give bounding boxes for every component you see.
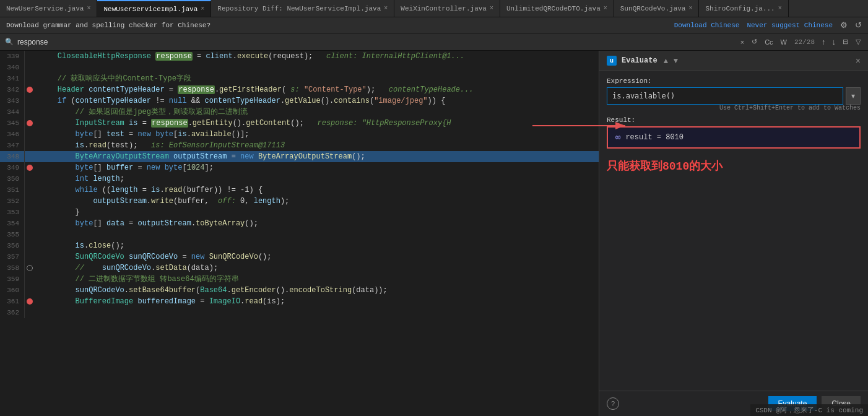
search-close-btn[interactable]: × xyxy=(738,37,747,47)
tab-repositorydiff[interactable]: Repository Diff: NewUserServiceImpl.java… xyxy=(211,0,394,17)
line-number: 351 xyxy=(0,184,25,196)
breakpoint-indicator xyxy=(27,298,33,305)
result-label: Result: xyxy=(607,116,861,124)
close-icon[interactable]: × xyxy=(201,6,204,12)
line-gutter xyxy=(25,162,35,173)
line-content xyxy=(35,62,599,73)
line-gutter xyxy=(25,296,35,307)
eval-help-btn[interactable]: ? xyxy=(607,397,619,410)
watermark: CSDN @阿，忽来了-C is coming xyxy=(750,404,868,416)
table-row: 342 Header contentTypeHeader = response.… xyxy=(0,84,599,95)
line-content: int length; xyxy=(35,173,599,184)
table-row: 354 byte[] data = outputStream.toByteArr… xyxy=(0,218,599,229)
close-icon[interactable]: × xyxy=(604,5,607,12)
table-row: 356 is.close(); xyxy=(0,240,599,251)
line-gutter xyxy=(25,118,35,129)
evaluate-title: Evaluate xyxy=(622,56,658,65)
expression-dropdown-btn[interactable]: ▾ xyxy=(846,87,861,105)
line-content: } xyxy=(35,207,599,218)
download-chinese-link[interactable]: Download Chinese xyxy=(674,22,740,29)
tab-weixincontroller[interactable]: WeiXinController.java × xyxy=(394,0,500,17)
line-gutter xyxy=(25,95,35,106)
table-row: 344 // 如果返回值是jpeg类型，则读取返回的二进制流 xyxy=(0,106,599,118)
line-number: 344 xyxy=(0,106,25,118)
line-number: 355 xyxy=(0,229,25,240)
line-number: 346 xyxy=(0,129,25,140)
tab-unlimitedqrcode[interactable]: UnlimitedQRCodeDTO.java × xyxy=(500,0,614,17)
search-bar: 🔍 × ↺ Cc W 22/28 ↑ ↓ ⊟ ▽ xyxy=(0,33,868,51)
line-content xyxy=(35,229,599,240)
line-number: 359 xyxy=(0,274,25,285)
line-content: byte[] test = new byte[is.available()]; xyxy=(35,129,599,140)
table-row: 358 // sunQRCodeVo.setData(data); xyxy=(0,262,599,274)
close-icon[interactable]: × xyxy=(490,5,493,12)
tab-newuserserviceimpl[interactable]: NewUserServiceImpl.java × xyxy=(97,0,211,17)
line-number: 360 xyxy=(0,285,25,296)
eval-header: u Evaluate ▲ ▼ × xyxy=(599,51,868,71)
search-settings-btn[interactable]: ▽ xyxy=(853,37,863,47)
search-next-btn[interactable]: ↓ xyxy=(830,37,838,47)
close-icon[interactable]: × xyxy=(688,5,692,12)
search-prev-btn[interactable]: ↑ xyxy=(820,37,828,47)
line-content: // sunQRCodeVo.setData(data); xyxy=(35,262,599,274)
line-number: 356 xyxy=(0,240,25,251)
tab-bar: NewUserService.java × NewUserServiceImpl… xyxy=(0,0,868,17)
line-content: // 如果返回值是jpeg类型，则读取返回的二进制流 xyxy=(35,106,599,118)
line-number: 362 xyxy=(0,307,25,318)
line-content xyxy=(35,307,599,318)
reload-icon-button[interactable]: ↺ xyxy=(855,20,862,30)
line-gutter xyxy=(25,251,35,262)
notification-bar: Download grammar and spelling checker fo… xyxy=(0,17,868,33)
tab-shiroconfig[interactable]: ShiroConfig.ja... × xyxy=(699,0,788,17)
eval-scroll-up-btn[interactable]: ▲ xyxy=(662,56,670,65)
line-content: BufferedImage bufferedImage = ImageIO.re… xyxy=(35,296,599,307)
line-gutter xyxy=(25,274,35,285)
line-content: // 获取响应头中的Content-Type字段 xyxy=(35,73,599,84)
eval-hint-text: Use Ctrl+Shift+Enter to add to Watches xyxy=(607,105,861,111)
eval-panel-close-btn[interactable]: × xyxy=(856,56,861,66)
expression-section: Expression: ▾ Use Ctrl+Shift+Enter to ad… xyxy=(607,77,861,111)
line-content: byte[] buffer = new byte[1024]; xyxy=(35,162,599,173)
close-icon[interactable]: × xyxy=(87,5,90,12)
line-number: 350 xyxy=(0,173,25,184)
line-gutter xyxy=(25,196,35,207)
line-gutter xyxy=(25,262,35,274)
line-gutter xyxy=(25,173,35,184)
gear-icon-button[interactable]: ⚙ xyxy=(840,20,848,30)
result-section: Result: ∞ result = 8010 xyxy=(607,116,861,149)
table-row: 339 CloseableHttpResponse response = cli… xyxy=(0,51,599,62)
table-row: 352 outputStream.write(buffer, off: 0, l… xyxy=(0,196,599,207)
table-row: 351 while ((length = is.read(buffer)) !=… xyxy=(0,184,599,196)
tab-label: Repository Diff: NewUserServiceImpl.java xyxy=(217,5,381,12)
search-case-btn[interactable]: Cc xyxy=(762,37,775,47)
tab-label: NewUserServiceImpl.java xyxy=(103,6,197,13)
tab-label: NewUserService.java xyxy=(6,5,84,12)
search-input[interactable] xyxy=(17,38,104,46)
close-icon[interactable]: × xyxy=(778,5,782,12)
eval-scroll-buttons: ▲ ▼ xyxy=(662,56,680,65)
breakpoint-indicator xyxy=(27,165,33,171)
never-suggest-link[interactable]: Never suggest Chinese xyxy=(747,22,833,29)
search-refresh-btn[interactable]: ↺ xyxy=(749,37,760,47)
tab-label: SunQRCodeVo.java xyxy=(620,5,686,12)
line-content: if (contentTypeHeader != null && content… xyxy=(35,95,599,106)
tab-label: ShiroConfig.ja... xyxy=(705,5,775,12)
line-number: 340 xyxy=(0,62,25,73)
eval-scroll-down-btn[interactable]: ▼ xyxy=(672,56,680,65)
close-icon[interactable]: × xyxy=(384,5,388,12)
line-gutter xyxy=(25,285,35,296)
line-number: 341 xyxy=(0,73,25,84)
table-row: 353 } xyxy=(0,207,599,218)
line-number: 361 xyxy=(0,296,25,307)
search-word-btn[interactable]: W xyxy=(778,37,789,47)
table-row: 357 SunQRCodeVo sunQRCodeVo = new SunQRC… xyxy=(0,251,599,262)
line-gutter xyxy=(25,218,35,229)
tab-newuserservice[interactable]: NewUserService.java × xyxy=(0,0,97,17)
expression-input[interactable] xyxy=(607,87,843,105)
line-content: SunQRCodeVo sunQRCodeVo = new SunQRCodeV… xyxy=(35,251,599,262)
eval-body: Expression: ▾ Use Ctrl+Shift+Enter to ad… xyxy=(599,71,868,391)
expression-input-row: ▾ xyxy=(607,87,861,105)
tab-sunqrcodevo[interactable]: SunQRCodeVo.java × xyxy=(614,0,700,17)
search-filter-btn[interactable]: ⊟ xyxy=(840,37,851,47)
breakpoint-indicator xyxy=(27,120,33,126)
